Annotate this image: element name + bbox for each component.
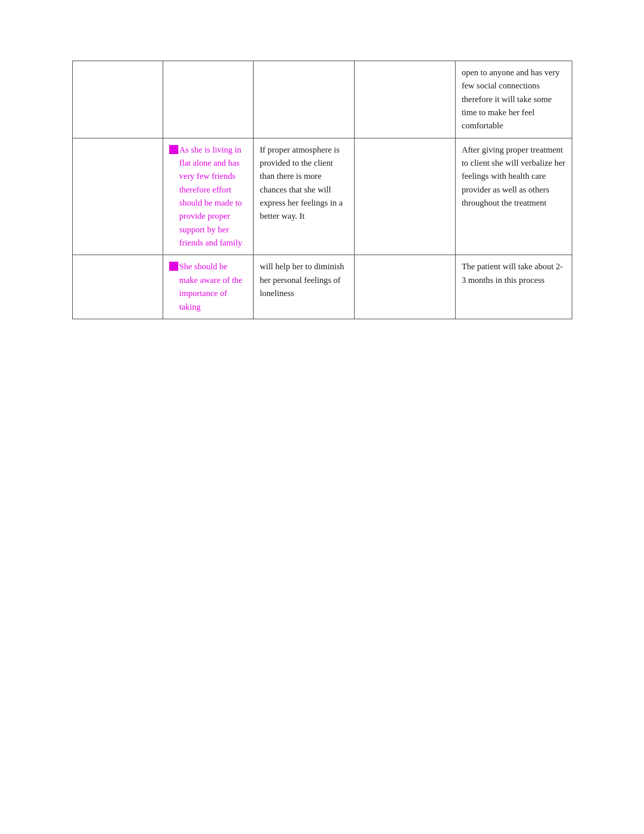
table-row: open to anyone and has very few social c…	[72, 61, 572, 138]
cell-r2c1	[72, 138, 163, 255]
bullet-icon-row3	[169, 262, 178, 271]
cell-r3c3: will help her to diminish her personal f…	[254, 255, 355, 319]
cell-r2c2: As she is living in flat alone and has v…	[163, 138, 253, 255]
cell-r2c4	[355, 138, 456, 255]
cell-r1c1	[72, 61, 163, 138]
bullet-cell-row2: As she is living in flat alone and has v…	[169, 143, 247, 250]
r2c2-text: As she is living in flat alone and has v…	[179, 143, 247, 250]
r3c3-text: will help her to diminish her personal f…	[260, 262, 344, 298]
table-row: She should be make aware of the importan…	[72, 255, 572, 319]
cell-r2c3: If proper atmosphere is provided to the …	[254, 138, 355, 255]
cell-r3c4	[355, 255, 456, 319]
cell-r1c4	[355, 61, 456, 138]
cell-r2c5: After giving proper treatment to client …	[455, 138, 572, 255]
cell-r3c2: She should be make aware of the importan…	[163, 255, 253, 319]
main-table: open to anyone and has very few social c…	[72, 61, 572, 319]
bullet-icon-row2	[169, 145, 178, 154]
r3c5-text: The patient will take about 2-3 months i…	[462, 262, 563, 284]
cell-r1c2	[163, 61, 253, 138]
page-container: open to anyone and has very few social c…	[0, 0, 644, 834]
r2c3-text: If proper atmosphere is provided to the …	[260, 145, 342, 221]
r1c5-text: open to anyone and has very few social c…	[462, 68, 560, 130]
r3c2-text: She should be make aware of the importan…	[179, 260, 247, 313]
cell-r1c3	[254, 61, 355, 138]
bullet-cell-row3: She should be make aware of the importan…	[169, 260, 247, 313]
cell-r1c5: open to anyone and has very few social c…	[455, 61, 572, 138]
table-row: As she is living in flat alone and has v…	[72, 138, 572, 255]
r2c5-text: After giving proper treatment to client …	[462, 145, 565, 208]
cell-r3c1	[72, 255, 163, 319]
cell-r3c5: The patient will take about 2-3 months i…	[455, 255, 572, 319]
